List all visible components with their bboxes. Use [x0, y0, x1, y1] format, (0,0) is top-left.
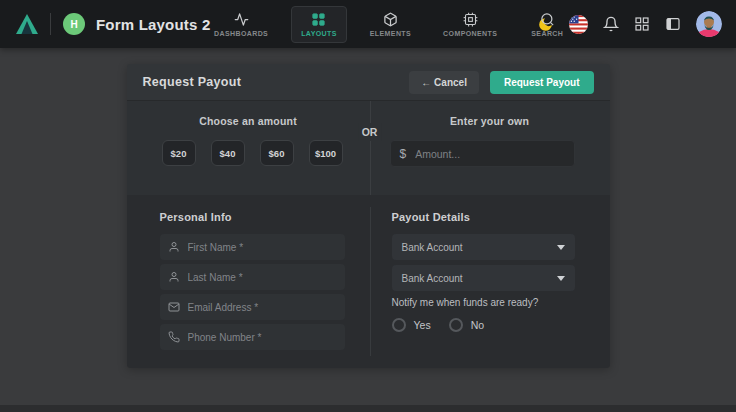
forms-section: Personal Info: [127, 195, 610, 368]
dollar-sign-icon: $: [400, 147, 407, 161]
main-nav: DASHBOARDS LAYOUTS ELEMENTS: [205, 0, 574, 48]
nav-label-search: SEARCH: [531, 30, 563, 37]
radio-circle-icon: [392, 318, 406, 332]
nav-label-layouts: LAYOUTS: [301, 30, 337, 37]
email-input[interactable]: [188, 302, 337, 313]
choose-amount-column: Choose an amount $20 $40 $60 $100: [127, 101, 370, 195]
radio-label: No: [471, 319, 484, 331]
preset-amount-button[interactable]: $60: [260, 140, 294, 166]
last-name-input[interactable]: [188, 272, 337, 283]
chip-icon: [463, 12, 478, 27]
navbar-divider: [50, 13, 51, 35]
phone-input[interactable]: [188, 332, 337, 343]
apps-grid-icon[interactable]: [634, 16, 650, 32]
request-payout-button[interactable]: Request Payout: [490, 71, 594, 94]
nav-item-dashboards[interactable]: DASHBOARDS: [205, 7, 277, 42]
enter-your-own-label: Enter your own: [370, 115, 610, 127]
first-name-field[interactable]: [160, 234, 345, 260]
custom-amount-field[interactable]: $: [390, 140, 575, 167]
user-initial-chip[interactable]: H: [63, 13, 85, 35]
payout-details-column: Payout Details Bank Account Bank Account…: [370, 195, 610, 368]
enter-amount-column: Enter your own $: [370, 101, 610, 195]
personal-info-heading: Personal Info: [160, 211, 370, 223]
nav-label-components: COMPONENTS: [443, 30, 497, 37]
nav-item-search[interactable]: SEARCH: [520, 7, 574, 42]
notify-question-label: Notify me when funds are ready?: [392, 297, 610, 308]
notify-no-radio[interactable]: No: [449, 318, 484, 332]
nav-label-elements: ELEMENTS: [370, 30, 411, 37]
card-header-actions: ← Cancel Request Payout: [409, 71, 593, 94]
first-name-input[interactable]: [188, 242, 337, 253]
footer-strip: [0, 405, 736, 412]
bank-account-select-2[interactable]: Bank Account: [392, 265, 575, 291]
nav-item-layouts[interactable]: LAYOUTS: [291, 6, 347, 43]
page-title: Form Layouts 2: [96, 16, 211, 33]
person-icon: [168, 241, 180, 253]
nav-label-dashboards: DASHBOARDS: [214, 30, 268, 37]
person-icon: [168, 271, 180, 283]
preset-amount-button[interactable]: $40: [211, 140, 245, 166]
email-field[interactable]: [160, 294, 345, 320]
forms-divider: [370, 207, 371, 356]
search-icon: [540, 12, 555, 27]
preset-amount-button[interactable]: $20: [162, 140, 196, 166]
cancel-button[interactable]: ← Cancel: [409, 71, 479, 94]
layout-grid-icon: [311, 12, 326, 27]
nav-item-components[interactable]: COMPONENTS: [434, 7, 506, 42]
card-title: Request Payout: [143, 75, 242, 89]
preset-amount-button[interactable]: $100: [309, 140, 343, 166]
nav-item-elements[interactable]: ELEMENTS: [361, 7, 420, 42]
or-label: OR: [358, 123, 382, 141]
card-header: Request Payout ← Cancel Request Payout: [127, 64, 610, 100]
amount-section: Choose an amount $20 $40 $60 $100 OR Ent…: [127, 100, 610, 195]
request-payout-card: Request Payout ← Cancel Request Payout C…: [127, 64, 610, 368]
radio-circle-icon: [449, 318, 463, 332]
choose-amount-label: Choose an amount: [127, 115, 370, 127]
select-value: Bank Account: [402, 273, 557, 284]
app-logo[interactable]: [14, 11, 40, 37]
main-content: Request Payout ← Cancel Request Payout C…: [0, 48, 736, 368]
email-icon: [168, 301, 180, 313]
payout-details-heading: Payout Details: [392, 211, 610, 223]
cube-icon: [383, 12, 398, 27]
preset-amounts: $20 $40 $60 $100: [162, 140, 370, 166]
logo-triangle-icon: [15, 12, 39, 36]
personal-info-column: Personal Info: [127, 195, 370, 368]
notify-radio-group: Yes No: [392, 318, 610, 332]
top-navbar: H Form Layouts 2 DASHBOARDS LAYOUTS E: [0, 0, 736, 48]
amount-input[interactable]: [415, 148, 564, 160]
user-avatar[interactable]: [696, 11, 722, 37]
radio-label: Yes: [414, 319, 431, 331]
chevron-down-icon: [557, 276, 565, 281]
last-name-field[interactable]: [160, 264, 345, 290]
chevron-down-icon: [557, 245, 565, 250]
activity-icon: [234, 12, 249, 27]
notifications-bell-icon[interactable]: [603, 16, 619, 32]
sidebar-toggle-icon[interactable]: [665, 16, 681, 32]
select-value: Bank Account: [402, 242, 557, 253]
amount-divider: [370, 101, 371, 195]
phone-field[interactable]: [160, 324, 345, 350]
notify-yes-radio[interactable]: Yes: [392, 318, 431, 332]
phone-icon: [168, 331, 180, 343]
bank-account-select-1[interactable]: Bank Account: [392, 234, 575, 260]
